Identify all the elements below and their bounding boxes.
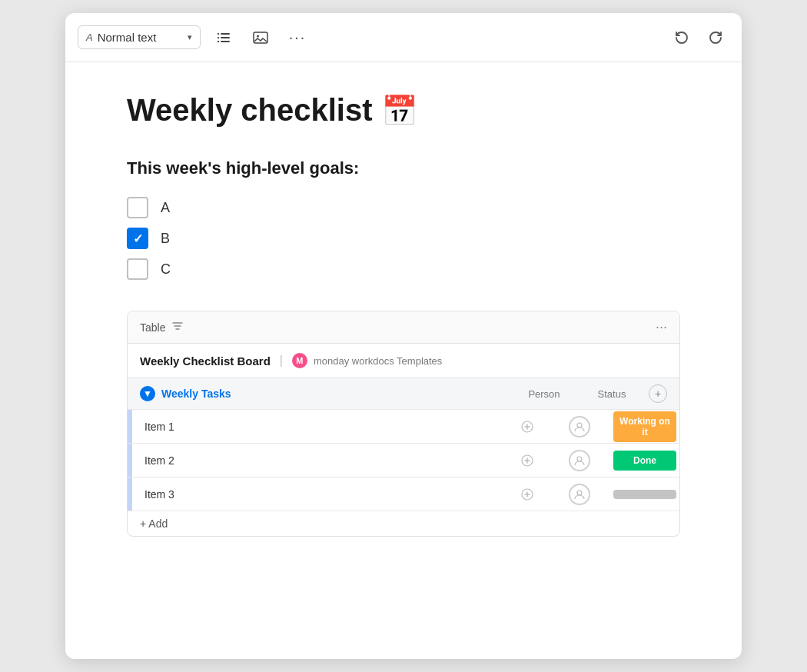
svg-rect-2 <box>218 37 219 38</box>
svg-rect-0 <box>218 33 219 35</box>
toolbar: A Normal text ▾ <box>65 13 742 62</box>
task-add-icon[interactable] <box>518 485 536 504</box>
filter-icon[interactable] <box>171 320 184 334</box>
redo-button[interactable] <box>702 24 729 52</box>
tasks-group-label: Weekly Tasks <box>161 388 507 400</box>
text-style-selector[interactable]: A Normal text ▾ <box>78 25 201 49</box>
undo-button[interactable] <box>668 24 696 52</box>
table-row: Item 1 <box>128 409 679 443</box>
task-status[interactable]: Working on it <box>610 411 679 442</box>
task-add-icon[interactable] <box>518 418 536 436</box>
task-status[interactable]: Done <box>610 451 679 471</box>
svg-rect-5 <box>221 41 230 42</box>
checkbox-b[interactable] <box>127 228 148 249</box>
add-row-button[interactable]: + Add <box>128 511 679 536</box>
checkbox-a[interactable] <box>127 197 148 218</box>
status-badge-empty <box>613 490 676 499</box>
content-area: Weekly checklist 📅 This week's high-leve… <box>65 62 742 659</box>
checklist-item-c: C <box>127 258 680 280</box>
svg-point-9 <box>577 423 582 427</box>
checklist: A B C <box>127 197 680 280</box>
board-separator: | <box>280 354 283 368</box>
checkbox-c[interactable] <box>127 258 148 280</box>
tasks-table: ▼ Weekly Tasks Person Status + Item 1 <box>128 378 679 536</box>
board-source: monday workdocs Templates <box>314 355 442 367</box>
svg-point-7 <box>257 35 259 37</box>
page-title-text: Weekly checklist <box>127 93 372 128</box>
checklist-label-b: B <box>161 231 170 247</box>
status-badge-working: Working on it <box>613 411 676 442</box>
col-status-header: Status <box>581 388 643 400</box>
page-title: Weekly checklist 📅 <box>127 93 680 128</box>
board-title: Weekly Checklist Board <box>140 354 271 368</box>
task-status[interactable] <box>610 490 679 499</box>
board-header: Weekly Checklist Board | M monday workdo… <box>128 344 679 378</box>
monday-logo: M <box>292 353 307 368</box>
svg-rect-3 <box>221 37 230 38</box>
app-wrapper: A Normal text ▾ <box>0 0 807 672</box>
table-label: Table <box>140 321 165 334</box>
col-person-header: Person <box>513 388 575 400</box>
person-avatar <box>569 450 590 471</box>
table-toolbar: Table ··· <box>128 311 679 344</box>
more-options-icon[interactable]: ··· <box>284 24 311 52</box>
toolbar-right <box>668 24 729 52</box>
add-row-label: + Add <box>140 517 168 530</box>
text-style-label: Normal text <box>98 31 183 44</box>
table-row: Item 2 <box>128 443 679 477</box>
tasks-header: ▼ Weekly Tasks Person Status + <box>128 378 679 409</box>
svg-point-13 <box>577 491 582 495</box>
table-more-icon[interactable]: ··· <box>656 319 667 335</box>
status-badge-done: Done <box>613 451 676 471</box>
task-name: Item 1 <box>132 413 518 441</box>
task-name: Item 3 <box>132 481 518 508</box>
checklist-item-b: B <box>127 228 680 249</box>
checklist-item-a: A <box>127 197 680 218</box>
calendar-emoji: 📅 <box>381 94 417 128</box>
task-add-icon[interactable] <box>518 451 536 470</box>
text-a-icon: A <box>86 32 93 43</box>
svg-point-11 <box>577 457 582 461</box>
task-person[interactable] <box>549 450 610 471</box>
section-heading: This week's high-level goals: <box>127 158 680 178</box>
person-avatar <box>569 484 590 505</box>
task-person[interactable] <box>549 484 610 505</box>
checklist-label-a: A <box>161 200 170 216</box>
svg-rect-4 <box>218 41 219 42</box>
main-container: A Normal text ▾ <box>65 13 742 659</box>
image-icon[interactable] <box>247 24 274 52</box>
add-column-button[interactable]: + <box>649 384 667 403</box>
chevron-down-icon: ▾ <box>188 32 192 42</box>
task-person[interactable] <box>549 416 610 437</box>
table-block: Table ··· Weekly Checklist Board | M mon… <box>127 311 680 537</box>
table-row: Item 3 <box>128 477 679 511</box>
checklist-label-c: C <box>161 261 171 278</box>
task-name: Item 2 <box>132 447 518 474</box>
list-icon[interactable] <box>210 24 237 52</box>
person-avatar <box>569 416 590 437</box>
svg-rect-1 <box>221 33 230 35</box>
group-expand-icon[interactable]: ▼ <box>140 386 155 401</box>
